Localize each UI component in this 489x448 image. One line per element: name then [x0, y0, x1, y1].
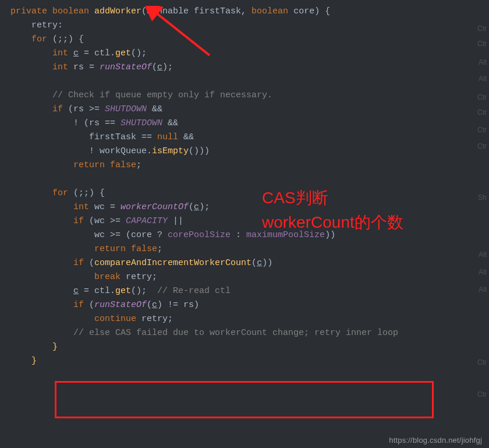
- code-line: int rs = runStateOf(c);: [10, 61, 489, 75]
- var-c: c: [73, 286, 79, 296]
- return-false: return false: [94, 244, 157, 254]
- method-runstateof: runStateOf: [100, 62, 152, 72]
- close-brace-outer: }: [10, 356, 37, 366]
- semicolon: ;: [157, 244, 162, 254]
- keyword-int: int: [52, 62, 73, 72]
- indent: [10, 286, 73, 296]
- comma: ,: [241, 6, 251, 16]
- indent: [10, 216, 73, 226]
- comment-cas-failed: // else CAS failed due to workerCount ch…: [73, 328, 398, 338]
- keyword-boolean: boolean: [52, 6, 94, 16]
- code-line: if (rs >= SHUTDOWN &&: [10, 103, 489, 117]
- indent: [10, 314, 94, 324]
- label: retry;: [141, 314, 173, 324]
- op: ||: [173, 216, 183, 226]
- indent: [10, 244, 94, 254]
- indent: [10, 48, 52, 58]
- paren: (: [251, 258, 257, 268]
- paren: )): [262, 258, 272, 268]
- keyword-if: if: [52, 104, 68, 114]
- expr: rs =: [73, 62, 100, 72]
- method-workercountof: workerCountOf: [121, 202, 189, 212]
- code-line: int c = ctl.get();: [10, 47, 489, 61]
- code-line: }: [10, 354, 489, 368]
- code-line: return false;: [10, 242, 489, 256]
- keyword-if: if: [73, 216, 89, 226]
- code-line: for (;;) {: [10, 186, 489, 200]
- watermark: https://blog.csdn.net/jiohfgj: [389, 436, 482, 445]
- for-head: (;;) {: [73, 188, 105, 198]
- return-false: return false: [73, 160, 136, 170]
- code-line: ! (rs == SHUTDOWN &&: [10, 117, 489, 130]
- keyword-for: for: [31, 34, 52, 44]
- paren: (: [89, 258, 94, 268]
- keyword-int: int: [52, 48, 73, 58]
- expr: ! workQueue.: [10, 146, 152, 156]
- indent: [10, 160, 73, 170]
- expr: ) != rs): [157, 300, 199, 310]
- paren: (: [189, 202, 194, 212]
- param: firstTask: [194, 6, 241, 16]
- op: &&: [168, 118, 178, 128]
- brace: ) {: [314, 6, 330, 16]
- code-line: for (;;) {: [10, 33, 489, 47]
- paren: (: [152, 62, 157, 72]
- code-line: }: [10, 340, 489, 354]
- indent: [10, 258, 73, 268]
- paren: ();: [131, 286, 157, 296]
- paren: ())): [189, 146, 210, 156]
- const-capacity: CAPACITY: [126, 216, 173, 226]
- label-retry: retry:: [10, 20, 63, 30]
- code-line: firstTask == null &&: [10, 130, 489, 144]
- null: null: [157, 132, 183, 142]
- var-c: c: [152, 300, 157, 310]
- method-name: addWorker: [94, 6, 141, 16]
- var-c: c: [194, 202, 199, 212]
- op: &&: [152, 104, 162, 114]
- paren: (: [141, 6, 147, 16]
- code-line: private boolean addWorker(Runnable first…: [10, 5, 489, 19]
- keyword-if: if: [73, 300, 89, 310]
- keyword-for: for: [52, 188, 73, 198]
- annotation-text-1: CAS判断: [262, 186, 328, 210]
- code-line: if (compareAndIncrementWorkerCount(c)): [10, 256, 489, 270]
- op: &&: [183, 132, 194, 142]
- method-runstateof: runStateOf: [94, 300, 147, 310]
- expr: firstTask ==: [10, 132, 157, 142]
- const-shutdown: SHUTDOWN: [105, 104, 152, 114]
- code-line: c = ctl.get(); // Re-read ctl: [10, 284, 489, 298]
- code-line: // else CAS failed due to workerCount ch…: [10, 326, 489, 340]
- method-get: get: [115, 286, 131, 296]
- method-isempty: isEmpty: [152, 146, 189, 156]
- close-brace-inner: }: [10, 342, 58, 352]
- expr: (rs >=: [68, 104, 105, 114]
- indent: [10, 328, 73, 338]
- annotation-text-2: workerCount的个数: [262, 211, 403, 234]
- expr: wc >= (core ?: [10, 230, 168, 240]
- code-line: [10, 172, 489, 186]
- keyword-continue: continue: [94, 314, 141, 324]
- keyword-int: int: [73, 202, 94, 212]
- var-c: c: [257, 258, 262, 268]
- semicolon: ;: [136, 160, 141, 170]
- semicolon: );: [162, 62, 173, 72]
- keyword-private: private: [10, 6, 52, 16]
- expr: = ctl.: [79, 286, 115, 296]
- var-c: c: [73, 48, 79, 58]
- annotation-box: [55, 381, 434, 418]
- label: retry;: [126, 272, 157, 282]
- indent: [10, 104, 52, 114]
- paren: (: [89, 300, 94, 310]
- indent: [10, 90, 52, 100]
- keyword-boolean: boolean: [251, 6, 293, 16]
- code-line: int wc = workerCountOf(c);: [10, 200, 489, 214]
- comment: // Check if queue empty only if necessar…: [52, 90, 272, 100]
- semicolon: ();: [131, 48, 147, 58]
- code-line: continue retry;: [10, 312, 489, 326]
- indent: [10, 300, 73, 310]
- expr: ! (rs ==: [10, 118, 121, 128]
- expr: wc =: [94, 202, 121, 212]
- var-c: c: [157, 62, 162, 72]
- semicolon: );: [199, 202, 210, 212]
- method-get: get: [115, 48, 131, 58]
